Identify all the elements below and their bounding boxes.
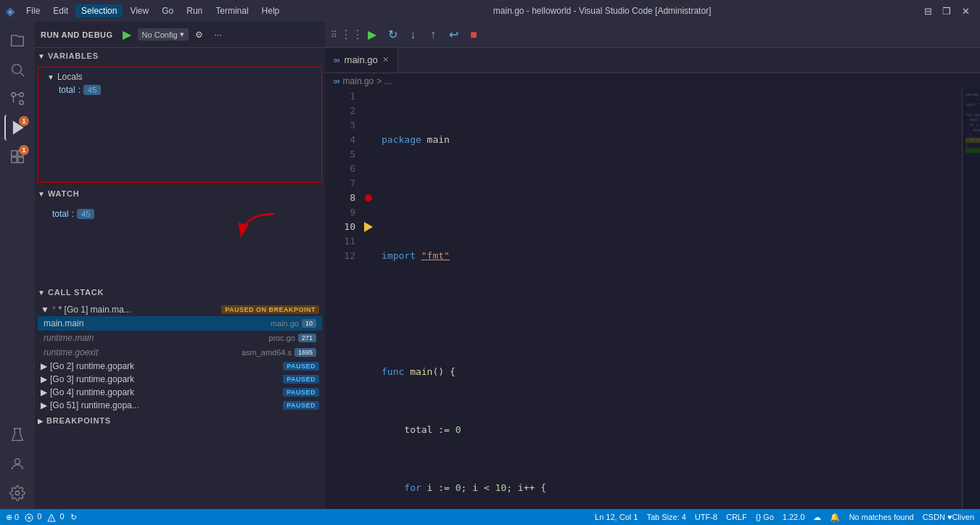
frame-1-line: 271 [298,334,316,342]
debug-settings-button[interactable]: ⚙ [192,27,207,43]
watch-panel-header[interactable]: ▼ WATCH [35,186,325,202]
cursor-position[interactable]: Ln 12, Col 1 [595,513,638,521]
callstack-panel: ▼ * * [Go 1] main.ma... PAUSED ON BREAKP… [38,303,322,412]
watch-item-total[interactable]: total : 45 [41,207,319,220]
main-layout: 1 1 [0,22,980,509]
language-mode[interactable]: {} Go [756,513,774,521]
breakpoints-panel-header[interactable]: ▶ BREAKPOINTS [35,415,325,426]
breadcrumb-more[interactable]: ... [384,76,392,86]
debug-step-back-button[interactable]: ↩ [445,26,462,44]
maximize-button[interactable]: ❐ [938,2,955,20]
menu-help[interactable]: Help [256,4,286,17]
editor-tabs: ∞ main.go ✕ [325,48,980,73]
svg-point-0 [12,65,22,74]
callstack-thread-3[interactable]: ▶ [Go 3] runtime.gopark PAUSED [38,373,322,386]
flask-activity-icon[interactable] [4,422,30,448]
debug-continue-button[interactable]: ⋮⋮ [343,26,361,44]
svg-rect-11 [18,157,23,162]
cloud-sync-icon[interactable]: ☁ [813,513,821,522]
go-version[interactable]: 1.22.0 [783,513,805,521]
sync-icon[interactable]: ↻ [70,513,77,522]
debug-more-button[interactable]: ··· [210,27,226,43]
debug-step-into-button[interactable]: ↑ [424,26,442,44]
callstack-thread-1[interactable]: ▼ * * [Go 1] main.ma... PAUSED ON BREAKP… [38,303,322,316]
breakpoint-dot-line8 [365,194,372,202]
errors-count[interactable]: ✕ 0 [25,512,41,521]
callstack-panel-header[interactable]: ▼ CALL STACK [35,284,325,300]
debug-badge: 1 [19,116,29,126]
variables-panel: ▼ Locals total : 45 [38,67,322,183]
encoding[interactable]: UTF-8 [695,513,717,521]
account-activity-icon[interactable] [4,451,30,477]
tab-size[interactable]: Tab Size: 4 [646,513,685,521]
variables-panel-header[interactable]: ▼ VARIABLES [35,48,325,64]
window-controls: ⊟ ❐ ✕ [919,2,974,20]
code-line-7: for i := 0; i < 10; i++ { [382,481,962,495]
debug-step-over-button[interactable]: ↓ [404,26,421,44]
callstack-frame-1[interactable]: runtime.main proc.go 271 [38,331,322,345]
callstack-header-text: CALL STACK [48,288,104,297]
tab-close-icon[interactable]: ✕ [382,55,389,65]
frame-1-file: proc.go [268,334,295,342]
bell-icon[interactable]: 🔔 [830,513,840,522]
minimize-button[interactable]: ⊟ [919,2,936,20]
callstack-frame-2[interactable]: runtime.goexit asm_amd64.s 1695 [38,345,322,360]
code-content[interactable]: package main import "fmt" func main() { … [376,89,962,509]
menu-edit[interactable]: Edit [47,4,74,17]
run-debug-label: RUN AND DEBUG [41,30,113,39]
title-bar: ◈ File Edit Selection View Go Run Termin… [0,0,980,22]
code-line-3: import "fmt" [382,249,962,263]
close-button[interactable]: ✕ [957,2,974,20]
variables-chevron-icon: ▼ [38,52,45,60]
breakpoints-chevron-icon: ▶ [38,417,44,425]
tab-go-icon: ∞ [334,55,340,65]
drag-handle-icon: ⠿ [331,30,337,40]
callstack-frame-0[interactable]: main.main main.go 10 [38,316,322,331]
callstack-thread-5[interactable]: ▶ [Go 51] runtime.gopa... PAUSED [38,399,322,412]
svg-text:✕: ✕ [27,515,32,521]
line-ending[interactable]: CRLF [726,513,747,521]
debug-status-icon[interactable]: ⊕ 0 [6,513,19,522]
explorer-activity-icon[interactable] [4,28,30,54]
locals-section[interactable]: ▼ Locals [41,70,318,83]
menu-file[interactable]: File [20,4,46,17]
menu-view[interactable]: View [124,4,155,17]
thread-3-label: [Go 3] runtime.gopark [50,374,283,384]
settings-activity-icon[interactable] [4,480,30,506]
thread-1-label: * [Go 1] main.ma... [59,305,222,315]
start-debugging-button[interactable]: ▶ [119,27,135,43]
debug-stop-button[interactable]: ■ [465,26,482,44]
config-label: No Config [142,30,178,39]
debug-restart-button[interactable]: ↻ [384,26,401,44]
debug-play-button[interactable]: ▶ [363,26,381,44]
variables-header-text: VARIABLES [48,51,99,60]
search-activity-icon[interactable] [4,57,30,83]
variable-total[interactable]: total : 45 [41,83,318,96]
thread-4-label: [Go 4] runtime.gopark [50,387,283,397]
debug-toolbar: RUN AND DEBUG ▶ No Config ▾ ⚙ ··· [35,22,325,48]
brand-text: CSDN ♥Cliven [923,513,974,521]
thread-5-status: PAUSED [283,401,319,410]
svg-rect-8 [12,151,17,156]
thread-1-status: PAUSED ON BREAKPOINT [221,305,319,314]
menu-terminal[interactable]: Terminal [210,4,254,17]
menu-selection[interactable]: Selection [75,4,123,17]
menu-run[interactable]: Run [181,4,208,17]
extensions-activity-icon[interactable]: 1 [4,144,30,170]
menu-go[interactable]: Go [156,4,179,17]
code-editor[interactable]: 1 2 3 4 5 6 7 8 9 10 11 12 [325,89,980,509]
debug-config-selector[interactable]: No Config ▾ [138,28,189,41]
status-left: ⊕ 0 ✕ 0 ! 0 ↻ [6,512,77,521]
locals-chevron-icon: ▼ [47,73,54,81]
source-control-activity-icon[interactable] [4,86,30,112]
breadcrumb-file[interactable]: main.go [343,76,374,86]
svg-point-3 [20,101,24,105]
var-colon: : [78,85,81,95]
callstack-thread-4[interactable]: ▶ [Go 4] runtime.gopark PAUSED [38,386,322,399]
callstack-thread-2[interactable]: ▶ [Go 2] runtime.gopark PAUSED [38,360,322,373]
debug-activity-icon[interactable]: 1 [4,115,30,141]
debug-action-bar: ⠿ ⋮⋮ ▶ ↻ ↓ ↑ ↩ ■ [325,22,980,48]
warnings-count[interactable]: ! 0 [47,512,64,521]
tab-main-go[interactable]: ∞ main.go ✕ [325,48,398,73]
frame-0-func: main.main [44,318,268,328]
